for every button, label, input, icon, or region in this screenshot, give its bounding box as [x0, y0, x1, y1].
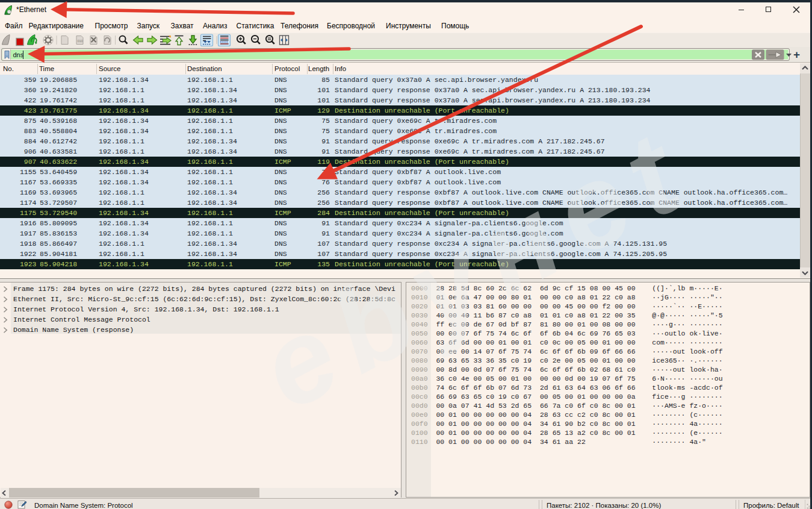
svg-text:010: 010: [78, 39, 83, 43]
